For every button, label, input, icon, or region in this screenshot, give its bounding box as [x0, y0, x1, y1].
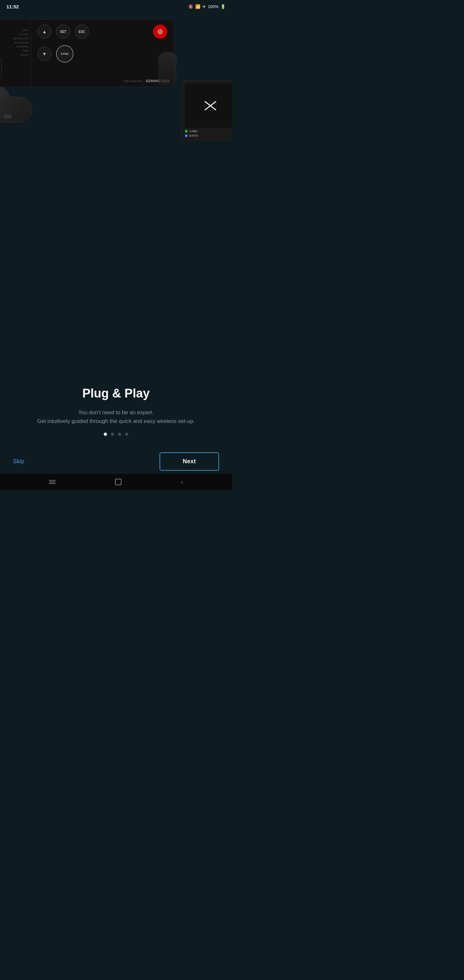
- controls-bottom-row: ▼ SYNC: [37, 45, 167, 62]
- receiver-device: GAIN AF OUT MUTE LOCK AUTOSCAN CHANNEL T…: [0, 19, 174, 87]
- bodypack-logo: [204, 101, 217, 111]
- page-headline: Plug & Play: [13, 387, 219, 400]
- recent-apps-button[interactable]: [49, 480, 56, 484]
- controls-top-row: ▲ SET ESC: [37, 24, 167, 39]
- power-button[interactable]: ⏻: [153, 24, 167, 39]
- down-arrow-button[interactable]: ▼: [37, 47, 52, 61]
- receiver-left-panel: GAIN AF OUT MUTE LOCK AUTOSCAN CHANNEL T…: [0, 20, 31, 87]
- home-icon: [115, 479, 121, 485]
- recent-apps-icon: [49, 480, 56, 484]
- menu-line-1: [49, 480, 56, 480]
- dot-4: [125, 433, 128, 436]
- link-indicator: LINK: [185, 130, 232, 133]
- link-dot: [185, 130, 188, 132]
- battery-indicator: [0, 59, 2, 78]
- next-button[interactable]: Next: [159, 452, 219, 471]
- android-nav-bar: ‹: [0, 474, 232, 490]
- data-dot: [185, 134, 188, 137]
- menu-line-3: [49, 483, 56, 484]
- status-icons: 🔇 📶 ✈ 100% 🔋: [188, 4, 226, 9]
- device-illustration: GAIN AF OUT MUTE LOCK AUTOSCAN CHANNEL T…: [0, 13, 232, 148]
- skip-button[interactable]: Skip: [13, 454, 24, 469]
- mute-icon: 🔇: [188, 4, 193, 9]
- back-button[interactable]: ‹: [181, 479, 183, 485]
- bottom-nav: Skip Next: [0, 452, 232, 471]
- airplane-icon: ✈: [202, 4, 206, 9]
- bodypack-screen: [185, 83, 232, 128]
- dot-1: [104, 433, 107, 436]
- main-content: GAIN AF OUT MUTE LOCK AUTOSCAN CHANNEL T…: [0, 0, 232, 490]
- handheld-mic-left: [0, 84, 52, 135]
- dot-2: [111, 433, 114, 436]
- sennheiser-s-logo: [205, 101, 216, 110]
- battery-level: 100%: [208, 4, 218, 9]
- bodypack-indicators: LINK DATA: [183, 128, 232, 140]
- bodypack-area: LINK DATA: [116, 81, 232, 145]
- esc-button[interactable]: ESC: [75, 24, 89, 39]
- battery-icon: 🔋: [221, 4, 226, 9]
- text-area: Plug & Play You don't need to be an expe…: [0, 387, 232, 426]
- link-label: LINK: [189, 130, 197, 133]
- sync-button[interactable]: SYNC: [56, 45, 73, 62]
- receiver-labels: GAIN AF OUT MUTE LOCK AUTOSCAN CHANNEL T…: [0, 29, 29, 57]
- wifi-icon: 📶: [195, 4, 200, 9]
- bodypack-device: LINK DATA: [182, 81, 232, 140]
- page-description: You don't need to be an expert.Get intui…: [13, 408, 219, 426]
- set-button[interactable]: SET: [56, 24, 70, 39]
- data-label: DATA: [189, 134, 199, 137]
- status-time: 11:52: [6, 4, 19, 10]
- status-bar: 11:52 🔇 📶 ✈ 100% 🔋: [0, 0, 232, 13]
- data-indicator: DATA: [185, 134, 232, 137]
- receiver-controls: ▲ SET ESC ▼ SYNC ⏻ EW DIGITAL SENNHEISER: [31, 20, 174, 87]
- up-arrow-button[interactable]: ▲: [37, 24, 52, 39]
- home-button[interactable]: [115, 479, 121, 485]
- menu-line-2: [49, 482, 56, 482]
- mic-body: [0, 97, 32, 123]
- dots-indicator: [0, 433, 232, 436]
- dot-3: [118, 433, 121, 436]
- mic-switch: [3, 115, 12, 118]
